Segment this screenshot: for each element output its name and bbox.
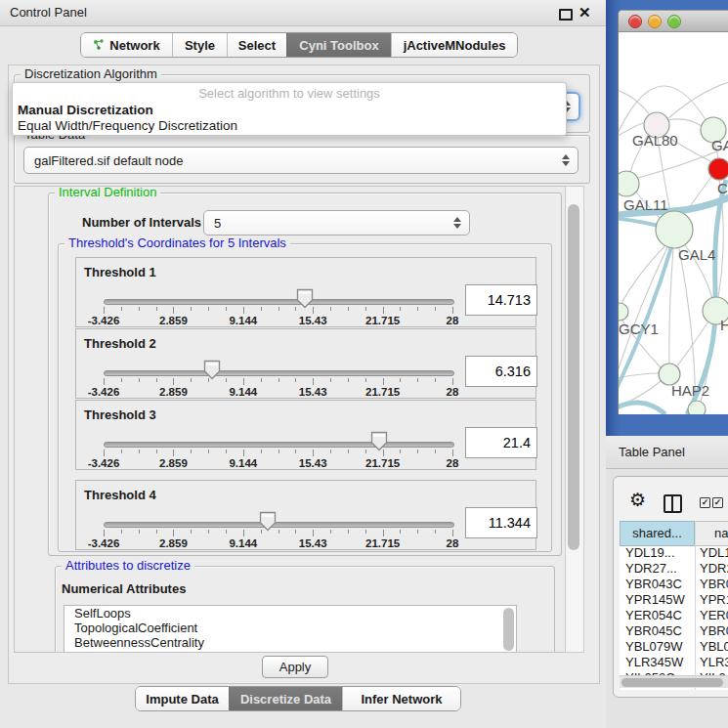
table-row[interactable]: YPR145WYPR1 — [620, 592, 728, 608]
slider-tick — [208, 307, 209, 311]
slider-tick-label: 28 — [447, 537, 459, 549]
tab-cyni-toolbox[interactable]: Cyni Toolbox — [286, 33, 391, 57]
minimize-traffic-light[interactable] — [648, 15, 662, 28]
slider-tick — [278, 378, 279, 382]
table-data-combobox[interactable]: galFiltered.sif default node — [23, 147, 578, 174]
bottom-tab-infer-network[interactable]: Infer Network — [342, 687, 460, 710]
network-node-label: H — [720, 317, 728, 333]
slider-tick — [156, 378, 157, 382]
slider-tick — [295, 530, 296, 534]
network-node[interactable] — [619, 171, 639, 196]
network-window-titlebar[interactable] — [619, 11, 728, 32]
slider-tick-label: -3.426 — [88, 457, 120, 469]
slider-tick — [121, 378, 122, 382]
network-node-label: GCY1 — [619, 321, 659, 337]
slider-tick — [173, 450, 174, 456]
zoom-traffic-light[interactable] — [667, 15, 681, 28]
table-row[interactable]: YBR045CYBR0 — [620, 623, 728, 639]
tab-network[interactable]: Network — [81, 33, 172, 57]
slider-tick — [452, 450, 453, 456]
tab-label: Network — [109, 38, 159, 53]
slider-tick — [226, 530, 227, 534]
attributes-scrollbar-thumb[interactable] — [503, 608, 514, 651]
top-tab-strip: NetworkStyleSelectCyni ToolboxjActiveMNo… — [80, 32, 518, 58]
float-window-icon[interactable] — [559, 9, 573, 21]
cell-shared-name: YLR345W — [625, 655, 683, 670]
tab-label: Cyni Toolbox — [299, 38, 378, 53]
table-row[interactable]: YDL19...YDL1 — [620, 545, 728, 561]
slider-track[interactable] — [104, 442, 454, 448]
table-row[interactable]: YBL079WYBL0 — [620, 639, 728, 655]
threshold-value-field[interactable] — [465, 284, 537, 316]
slider-tick — [435, 378, 436, 382]
attribute-list-item[interactable]: TopologicalCoefficient — [64, 621, 516, 635]
table-hscrollbar-thumb[interactable] — [621, 678, 723, 687]
attributes-group-label: Attributes to discretize — [62, 559, 194, 573]
close-traffic-light[interactable] — [628, 15, 642, 28]
threshold-value-field[interactable] — [465, 507, 537, 538]
slider-track[interactable] — [104, 522, 454, 528]
bottom-tab-discretize-data[interactable]: Discretize Data — [229, 687, 342, 710]
cell-shared-name: YER054C — [625, 608, 682, 623]
slider-tick-label: -3.426 — [88, 386, 120, 398]
table-panel-title: Table Panel — [619, 436, 685, 468]
network-node[interactable] — [619, 303, 628, 321]
slider-tick — [173, 378, 174, 385]
network-node[interactable] — [708, 158, 728, 180]
tab-style[interactable]: Style — [172, 33, 227, 57]
attributes-list[interactable]: SelfLoopsTopologicalCoefficientBetweenne… — [64, 605, 517, 653]
slider-tick — [330, 378, 331, 382]
slider-tick-label: 15.43 — [299, 315, 327, 326]
column-header-name[interactable]: na — [695, 521, 728, 546]
control-panel-title: Control Panel — [10, 0, 87, 25]
algorithm-option[interactable]: Manual Discretization — [13, 103, 566, 118]
apply-button[interactable]: Apply — [262, 656, 328, 678]
slider-tick — [121, 530, 122, 534]
table-row[interactable]: YBR043CYBR0 — [620, 577, 728, 592]
column-header-shared-name[interactable]: shared... — [620, 521, 695, 546]
table-row[interactable]: YDR27...YDR2 — [620, 561, 728, 577]
slider-thumb[interactable] — [203, 360, 221, 380]
cell-name: YDL1 — [700, 545, 728, 561]
slider-tick — [278, 530, 279, 534]
slider-tick — [278, 450, 279, 453]
network-edge — [619, 85, 650, 115]
threshold-value-field[interactable] — [465, 356, 537, 387]
table-data-value: galFiltered.sif default node — [24, 153, 560, 168]
network-canvas[interactable]: GAL80GACGAL11GAL4GCY1HHAP2 — [619, 31, 728, 414]
algorithm-option[interactable]: Equal Width/Frequency Discretization — [13, 118, 566, 134]
attribute-list-item[interactable]: SelfLoops — [64, 606, 516, 621]
slider-track[interactable] — [104, 299, 454, 305]
tab-select[interactable]: Select — [227, 33, 286, 57]
network-node[interactable] — [656, 211, 693, 248]
slider-thumb[interactable] — [296, 288, 314, 309]
slider-tick-label: 2.859 — [159, 386, 188, 398]
table-hscrollbar[interactable] — [620, 675, 728, 688]
tab-jactivemnodules[interactable]: jActiveMNodules — [391, 33, 517, 57]
close-icon[interactable]: ✕ — [578, 4, 591, 21]
slider-tick — [313, 378, 314, 385]
slider-thumb[interactable] — [370, 431, 388, 451]
threshold-value-field[interactable] — [465, 427, 537, 458]
settings-gear-icon[interactable]: ⚙ — [629, 491, 646, 509]
main-scrollbar[interactable] — [565, 186, 584, 653]
checkbox-checked-icon[interactable]: ✓ — [712, 497, 723, 508]
slider-tick — [330, 307, 331, 311]
bottom-tab-impute-data[interactable]: Impute Data — [136, 687, 229, 710]
attribute-list-item[interactable]: BetweennessCentrality — [64, 635, 516, 650]
interval-group-label: Interval Definition — [55, 186, 160, 199]
slider-thumb[interactable] — [259, 511, 277, 532]
main-scrollbar-thumb[interactable] — [568, 204, 579, 550]
slider-tick — [278, 307, 279, 311]
table-row[interactable]: YER054CYER0 — [620, 608, 728, 623]
table-row[interactable]: YLR345WYLR3 — [620, 655, 728, 670]
network-edge — [679, 248, 696, 401]
num-intervals-combobox[interactable]: 5 — [203, 210, 470, 236]
slider-tick — [452, 530, 453, 536]
network-node[interactable] — [688, 401, 706, 414]
checkbox-checked-icon[interactable]: ✓ — [700, 497, 710, 508]
slider-track[interactable] — [104, 370, 454, 376]
slider-tick — [383, 530, 384, 536]
threshold-label: Threshold 3 — [84, 407, 156, 422]
split-columns-icon[interactable] — [664, 494, 682, 513]
